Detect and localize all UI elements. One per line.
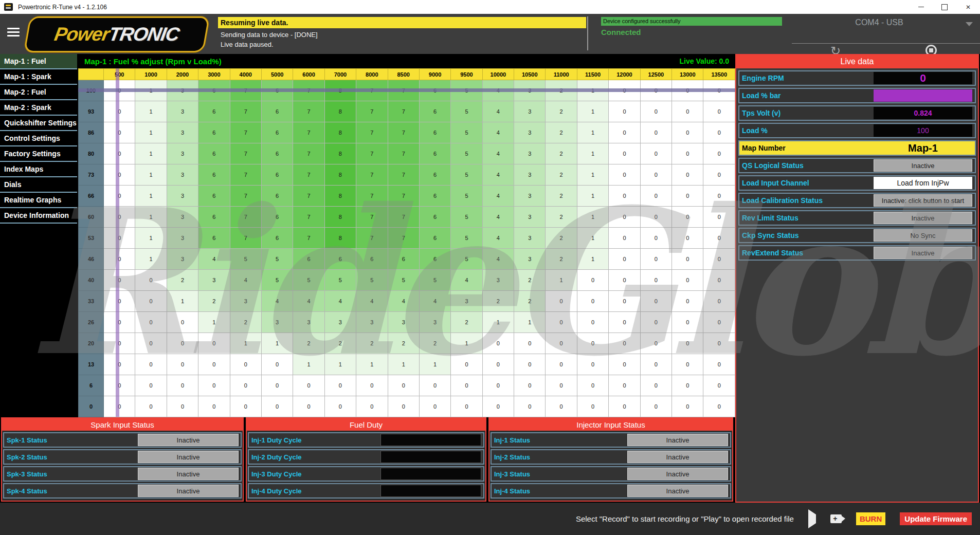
map-cell[interactable]: 0 bbox=[703, 207, 735, 228]
map-cell[interactable]: 4 bbox=[230, 270, 261, 291]
map-cell[interactable]: 0 bbox=[640, 80, 672, 101]
map-cell[interactable]: 5 bbox=[451, 186, 482, 207]
map-cell[interactable]: 1 bbox=[577, 122, 608, 143]
map-cell[interactable]: 0 bbox=[672, 354, 703, 375]
map-cell[interactable]: 3 bbox=[167, 164, 198, 186]
map-cell[interactable]: 7 bbox=[293, 101, 324, 122]
map-cell[interactable]: 2 bbox=[546, 143, 577, 164]
map-cell[interactable]: 0 bbox=[640, 101, 672, 122]
sidebar-item[interactable]: Map-2 : Fuel bbox=[0, 85, 77, 100]
map-cell[interactable]: 0 bbox=[577, 312, 608, 333]
map-cell[interactable]: 1 bbox=[135, 249, 167, 270]
map-cell[interactable]: 0 bbox=[703, 270, 735, 291]
map-cell[interactable]: 0 bbox=[451, 396, 482, 417]
map-cell[interactable]: 3 bbox=[514, 80, 546, 101]
map-cell[interactable]: 0 bbox=[419, 375, 450, 396]
map-cell[interactable]: 0 bbox=[546, 291, 577, 312]
map-cell[interactable]: 1 bbox=[388, 354, 419, 375]
map-cell[interactable]: 0 bbox=[230, 375, 261, 396]
map-cell[interactable]: 1 bbox=[577, 207, 608, 228]
map-cell[interactable]: 0 bbox=[388, 375, 419, 396]
map-cell[interactable]: 2 bbox=[482, 291, 514, 312]
live-data-value[interactable]: Load from InjPw bbox=[874, 177, 972, 189]
map-cell[interactable]: 6 bbox=[293, 249, 324, 270]
map-cell[interactable]: 0 bbox=[703, 143, 735, 164]
map-cell[interactable]: 0 bbox=[482, 396, 514, 417]
record-button[interactable] bbox=[830, 514, 842, 523]
map-cell[interactable]: 2 bbox=[167, 270, 198, 291]
map-cell[interactable]: 0 bbox=[104, 164, 135, 186]
map-cell[interactable]: 1 bbox=[577, 164, 608, 186]
map-cell[interactable]: 0 bbox=[356, 375, 388, 396]
map-cell[interactable]: 0 bbox=[672, 375, 703, 396]
map-cell[interactable]: 0 bbox=[104, 375, 135, 396]
map-cell[interactable]: 0 bbox=[198, 333, 230, 354]
map-cell[interactable]: 4 bbox=[451, 270, 482, 291]
close-button[interactable] bbox=[956, 0, 980, 14]
map-cell[interactable]: 0 bbox=[577, 354, 608, 375]
map-cell[interactable]: 6 bbox=[419, 228, 450, 249]
map-cell[interactable]: 6 bbox=[198, 122, 230, 143]
map-cell[interactable]: 3 bbox=[198, 270, 230, 291]
map-cell[interactable]: 0 bbox=[672, 164, 703, 186]
map-cell[interactable]: 0 bbox=[703, 122, 735, 143]
map-cell[interactable]: 0 bbox=[135, 270, 167, 291]
map-cell[interactable]: 6 bbox=[419, 207, 450, 228]
map-cell[interactable]: 6 bbox=[198, 228, 230, 249]
map-cell[interactable]: 1 bbox=[451, 333, 482, 354]
map-cell[interactable]: 6 bbox=[261, 207, 293, 228]
map-cell[interactable]: 2 bbox=[230, 312, 261, 333]
map-cell[interactable]: 0 bbox=[609, 291, 640, 312]
map-cell[interactable]: 0 bbox=[104, 354, 135, 375]
map-cell[interactable]: 2 bbox=[451, 312, 482, 333]
sidebar-item[interactable]: Realtime Graphs bbox=[0, 193, 77, 208]
map-cell[interactable]: 4 bbox=[482, 164, 514, 186]
map-cell[interactable]: 7 bbox=[356, 228, 388, 249]
map-cell[interactable]: 7 bbox=[293, 207, 324, 228]
map-cell[interactable]: 0 bbox=[640, 270, 672, 291]
map-cell[interactable]: 5 bbox=[451, 80, 482, 101]
map-cell[interactable]: 0 bbox=[703, 354, 735, 375]
map-cell[interactable]: 8 bbox=[324, 101, 356, 122]
map-cell[interactable]: 0 bbox=[135, 291, 167, 312]
map-cell[interactable]: 0 bbox=[703, 333, 735, 354]
map-cell[interactable]: 0 bbox=[672, 101, 703, 122]
map-cell[interactable]: 0 bbox=[546, 354, 577, 375]
map-cell[interactable]: 5 bbox=[451, 228, 482, 249]
map-cell[interactable]: 8 bbox=[324, 122, 356, 143]
map-cell[interactable]: 4 bbox=[388, 291, 419, 312]
map-cell[interactable]: 3 bbox=[514, 186, 546, 207]
map-cell[interactable]: 0 bbox=[703, 396, 735, 417]
map-cell[interactable]: 0 bbox=[293, 375, 324, 396]
map-cell[interactable]: 7 bbox=[388, 186, 419, 207]
map-cell[interactable]: 0 bbox=[104, 186, 135, 207]
map-cell[interactable]: 3 bbox=[514, 143, 546, 164]
sidebar-item[interactable]: Index Maps bbox=[0, 162, 77, 177]
map-cell[interactable]: 2 bbox=[388, 333, 419, 354]
map-cell[interactable]: 0 bbox=[514, 375, 546, 396]
map-cell[interactable]: 1 bbox=[419, 354, 450, 375]
map-cell[interactable]: 7 bbox=[356, 80, 388, 101]
map-cell[interactable]: 5 bbox=[451, 143, 482, 164]
map-cell[interactable]: 0 bbox=[135, 354, 167, 375]
map-cell[interactable]: 8 bbox=[324, 207, 356, 228]
map-cell[interactable]: 0 bbox=[546, 375, 577, 396]
map-cell[interactable]: 0 bbox=[703, 249, 735, 270]
map-cell[interactable]: 0 bbox=[324, 375, 356, 396]
sidebar-item[interactable]: Dials bbox=[0, 177, 77, 193]
map-cell[interactable]: 1 bbox=[577, 186, 608, 207]
map-cell[interactable]: 0 bbox=[546, 396, 577, 417]
map-cell[interactable]: 0 bbox=[640, 333, 672, 354]
map-cell[interactable]: 7 bbox=[388, 207, 419, 228]
map-cell[interactable]: 0 bbox=[640, 207, 672, 228]
map-cell[interactable]: 5 bbox=[324, 270, 356, 291]
map-cell[interactable]: 7 bbox=[388, 80, 419, 101]
map-cell[interactable]: 0 bbox=[293, 396, 324, 417]
map-cell[interactable]: 1 bbox=[482, 312, 514, 333]
map-cell[interactable]: 1 bbox=[293, 354, 324, 375]
map-cell[interactable]: 4 bbox=[419, 291, 450, 312]
map-cell[interactable]: 7 bbox=[230, 122, 261, 143]
map-cell[interactable]: 0 bbox=[609, 312, 640, 333]
map-cell[interactable]: 6 bbox=[261, 122, 293, 143]
map-cell[interactable]: 0 bbox=[167, 354, 198, 375]
